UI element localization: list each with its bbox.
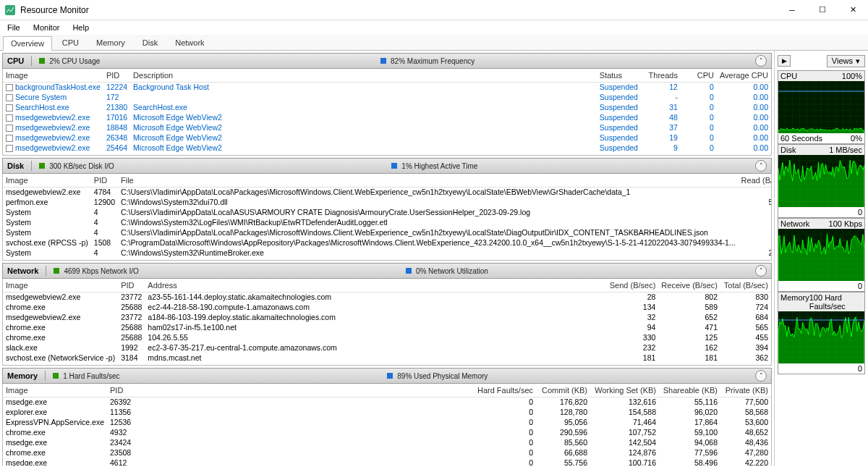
table-row[interactable]: Secure System172Suspended-00.00 bbox=[3, 92, 771, 102]
table-row[interactable]: backgroundTaskHost.exe12224Background Ta… bbox=[3, 82, 771, 92]
minimize-button[interactable]: ─ bbox=[777, 0, 807, 20]
col-header[interactable]: PID bbox=[103, 69, 130, 82]
row-checkbox[interactable] bbox=[6, 145, 13, 152]
cell: 0 bbox=[681, 122, 717, 132]
col-header[interactable]: Image bbox=[3, 69, 103, 82]
cpu-header[interactable]: CPU 2% CPU Usage 82% Maximum Frequency ˄ bbox=[2, 53, 772, 69]
chevron-up-icon[interactable]: ˄ bbox=[755, 55, 767, 67]
table-row[interactable]: msedgewebview2.exe23772a23-55-161-144.de… bbox=[3, 292, 771, 302]
col-header[interactable]: Total (B/sec) bbox=[720, 279, 771, 292]
cell: Microsoft Edge WebView2 bbox=[130, 153, 289, 156]
graph-3: Memory100 Hard Faults/sec 0 bbox=[778, 292, 865, 374]
table-row[interactable]: msedgewebview2.exe17016Microsoft Edge We… bbox=[3, 112, 771, 122]
close-button[interactable]: ✕ bbox=[838, 0, 868, 20]
table-row[interactable]: perfmon.exe12900C:\Windows\System32\dui7… bbox=[3, 197, 772, 207]
tab-cpu[interactable]: CPU bbox=[55, 36, 86, 49]
col-header[interactable]: Send (B/sec) bbox=[604, 279, 658, 292]
cell: 565 bbox=[720, 322, 771, 332]
table-row[interactable]: msedge.exe23424085,560142,50494,06848,43… bbox=[3, 437, 771, 447]
disk-header[interactable]: Disk 300 KB/sec Disk I/O 1% Highest Acti… bbox=[2, 158, 772, 174]
tab-network[interactable]: Network bbox=[168, 36, 211, 49]
col-header[interactable]: Status bbox=[597, 69, 641, 82]
table-row[interactable]: chrome.exe25688ham11s07-in-f14.1e100.net… bbox=[3, 363, 771, 366]
row-checkbox[interactable] bbox=[6, 155, 13, 156]
table-row[interactable]: msedge.exe263920176,820132,61655,11677,5… bbox=[3, 397, 771, 407]
table-row[interactable]: System4C:\Users\Vladimir\AppData\Local\P… bbox=[3, 227, 772, 237]
col-header[interactable]: Threads bbox=[641, 69, 681, 82]
col-header[interactable]: File bbox=[118, 174, 739, 187]
tab-memory[interactable]: Memory bbox=[89, 36, 132, 49]
table-row[interactable]: explorer.exe113560128,780154,58896,02058… bbox=[3, 407, 771, 417]
table-row[interactable]: msedge.exe23720C:\Users\Vladimir\AppData… bbox=[3, 258, 772, 261]
table-row[interactable]: slack.exe1992ec2-3-67-35-217.eu-central-… bbox=[3, 342, 771, 353]
cell: ExpressVPN.AppService.exe bbox=[3, 417, 107, 427]
row-checkbox[interactable] bbox=[6, 104, 13, 112]
table-row[interactable]: msedge.exe4612055,756100,71658,49642,220 bbox=[3, 458, 771, 466]
cell: 17,864 bbox=[659, 417, 720, 427]
table-row[interactable]: SearchHost.exe21380SearchHost.exeSuspend… bbox=[3, 102, 771, 112]
cell: msedge.exe bbox=[3, 397, 107, 407]
blue-indicator-icon bbox=[387, 373, 393, 379]
col-header[interactable]: Commit (KB) bbox=[536, 384, 590, 397]
col-header[interactable]: Private (KB) bbox=[720, 384, 771, 397]
row-checkbox[interactable] bbox=[6, 94, 13, 101]
cell: C:\Users\Vladimir\AppData\Local\Packages… bbox=[118, 227, 739, 237]
menu-help[interactable]: Help bbox=[69, 22, 92, 33]
col-header[interactable]: Working Set (KB) bbox=[590, 384, 659, 397]
col-header[interactable]: Hard Faults/sec bbox=[475, 384, 536, 397]
col-header[interactable]: CPU bbox=[681, 69, 717, 82]
cell: 23508 bbox=[107, 447, 134, 458]
row-checkbox[interactable] bbox=[6, 84, 13, 91]
col-header[interactable]: PID bbox=[107, 384, 134, 397]
col-header[interactable]: PID bbox=[118, 279, 145, 292]
table-row[interactable]: chrome.exe25688ec2-44-218-58-190.compute… bbox=[3, 302, 771, 312]
table-row[interactable]: chrome.exe25688ham02s17-in-f5.1e100.net9… bbox=[3, 322, 771, 332]
cell: 26392 bbox=[107, 397, 134, 407]
tab-overview[interactable]: Overview bbox=[3, 36, 52, 51]
network-header[interactable]: Network 4699 Kbps Network I/O 0% Network… bbox=[2, 263, 772, 279]
views-dropdown[interactable]: Views▾ bbox=[827, 55, 865, 67]
col-header[interactable]: Image bbox=[3, 174, 91, 187]
col-header[interactable]: Average CPU bbox=[717, 69, 771, 82]
row-checkbox[interactable] bbox=[6, 135, 13, 142]
col-header[interactable]: Description bbox=[130, 69, 289, 82]
maximize-button[interactable]: ☐ bbox=[807, 0, 838, 20]
table-row[interactable]: ExpressVPN.AppService.exe12536095,05671,… bbox=[3, 417, 771, 427]
table-row[interactable]: msedgewebview2.exe25464Microsoft Edge We… bbox=[3, 143, 771, 153]
table-row[interactable]: msedgewebview2.exe26348Microsoft Edge We… bbox=[3, 132, 771, 143]
col-header[interactable]: Read (B/sec) bbox=[739, 174, 772, 187]
table-row[interactable]: msedgewebview2.exe18848Microsoft Edge We… bbox=[3, 122, 771, 132]
col-header[interactable]: Shareable (KB) bbox=[659, 384, 720, 397]
table-row[interactable]: msedgewebview2.exe23772a184-86-103-199.d… bbox=[3, 312, 771, 322]
table-row[interactable]: chrome.exe23508066,688124,87677,59647,28… bbox=[3, 447, 771, 458]
table-row[interactable]: System4C:\Windows\System32\RuntimeBroker… bbox=[3, 248, 772, 258]
menu-monitor[interactable]: Monitor bbox=[30, 22, 63, 33]
col-header[interactable]: Image bbox=[3, 279, 118, 292]
table-row[interactable]: msedgewebview2.exe4784C:\Users\Vladimir\… bbox=[3, 187, 772, 197]
row-checkbox[interactable] bbox=[6, 114, 13, 122]
chevron-up-icon[interactable]: ˄ bbox=[755, 370, 767, 382]
table-row[interactable]: svchost.exe (NetworkService -p)3184mdns.… bbox=[3, 353, 771, 363]
chevron-up-icon[interactable]: ˄ bbox=[755, 160, 767, 172]
table-row[interactable]: chrome.exe49320290,596107,75259,10048,65… bbox=[3, 427, 771, 437]
col-header[interactable]: Receive (B/sec) bbox=[658, 279, 720, 292]
menu-file[interactable]: File bbox=[4, 22, 23, 33]
col-header[interactable]: PID bbox=[91, 174, 118, 187]
table-row[interactable]: chrome.exe25688104.26.5.55330125455 bbox=[3, 332, 771, 342]
memory-header[interactable]: Memory 1 Hard Faults/sec 89% Used Physic… bbox=[2, 368, 772, 384]
col-header[interactable]: Image bbox=[3, 384, 107, 397]
row-checkbox[interactable] bbox=[6, 125, 13, 132]
cell: Suspended bbox=[597, 102, 641, 112]
table-row[interactable]: msedgewebview2.exe15540Microsoft Edge We… bbox=[3, 153, 771, 156]
col-header[interactable]: Address bbox=[145, 279, 362, 292]
cell: 0.00 bbox=[717, 122, 771, 132]
window-title: Resource Monitor bbox=[20, 5, 89, 15]
table-row[interactable]: System4C:\Users\Vladimir\AppData\Local\A… bbox=[3, 207, 772, 217]
tab-disk[interactable]: Disk bbox=[135, 36, 165, 49]
cell: 0 bbox=[681, 92, 717, 102]
table-row[interactable]: svchost.exe (RPCSS -p)1508C:\ProgramData… bbox=[3, 237, 772, 248]
collapse-graphs-button[interactable]: ▶ bbox=[778, 55, 791, 67]
chevron-up-icon[interactable]: ˄ bbox=[755, 265, 767, 277]
cell: C:\Users\Vladimir\AppData\Local\Packages… bbox=[118, 187, 739, 197]
table-row[interactable]: System4C:\Windows\System32\LogFiles\WMI\… bbox=[3, 217, 772, 227]
